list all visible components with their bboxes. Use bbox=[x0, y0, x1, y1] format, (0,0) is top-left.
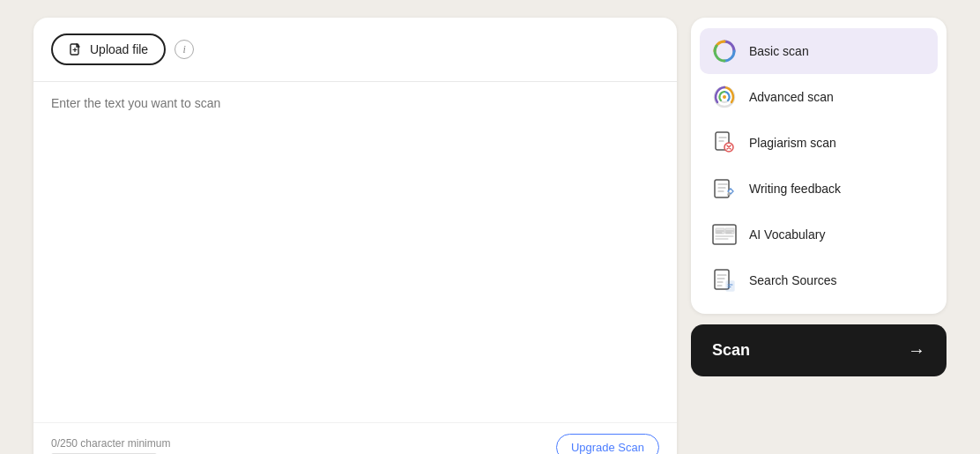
writing-feedback-label: Writing feedback bbox=[749, 182, 841, 196]
left-panel: Upload file i 0/250 character minimum Up… bbox=[33, 18, 677, 454]
scan-button-label: Scan bbox=[712, 341, 750, 360]
basic-scan-icon bbox=[710, 37, 739, 65]
svg-rect-12 bbox=[726, 281, 734, 291]
advanced-scan-label: Advanced scan bbox=[749, 90, 834, 104]
search-sources-icon bbox=[710, 266, 739, 294]
char-count-label: 0/250 character minimum bbox=[51, 437, 170, 450]
scan-option-plagiarism-scan[interactable]: Plagiarism scan bbox=[700, 120, 938, 166]
scan-option-writing-feedback[interactable]: Writing feedback bbox=[700, 166, 938, 212]
ai-vocabulary-icon bbox=[710, 220, 739, 249]
ai-vocabulary-label: AI Vocabulary bbox=[749, 227, 825, 242]
left-panel-footer: 0/250 character minimum Upgrade Scan bbox=[33, 422, 677, 454]
scan-option-basic-scan[interactable]: Basic scan bbox=[700, 28, 938, 74]
info-icon[interactable]: i bbox=[174, 40, 194, 59]
scan-button[interactable]: Scan → bbox=[691, 324, 947, 376]
basic-scan-label: Basic scan bbox=[749, 44, 809, 58]
scan-arrow-icon: → bbox=[908, 340, 925, 361]
plagiarism-scan-label: Plagiarism scan bbox=[749, 136, 836, 150]
upgrade-scan-button[interactable]: Upgrade Scan bbox=[556, 434, 659, 454]
scan-text-input[interactable] bbox=[51, 96, 659, 405]
scan-option-ai-vocabulary[interactable]: AI Vocabulary bbox=[700, 212, 938, 257]
left-panel-header: Upload file i bbox=[33, 18, 677, 82]
upload-icon bbox=[69, 42, 83, 56]
advanced-scan-icon bbox=[710, 83, 739, 111]
char-count-wrapper: 0/250 character minimum bbox=[51, 437, 170, 454]
scan-option-search-sources[interactable]: Search Sources bbox=[700, 257, 938, 303]
right-panel: Basic scan Advanced scan bbox=[691, 18, 947, 376]
search-sources-label: Search Sources bbox=[749, 273, 837, 287]
writing-feedback-icon bbox=[710, 175, 739, 203]
scan-option-advanced-scan[interactable]: Advanced scan bbox=[700, 74, 938, 120]
upload-button-label: Upload file bbox=[90, 42, 148, 56]
svg-rect-7 bbox=[715, 180, 729, 197]
upload-file-button[interactable]: Upload file bbox=[51, 33, 166, 65]
text-area-wrapper bbox=[33, 82, 677, 422]
scan-options-card: Basic scan Advanced scan bbox=[691, 18, 947, 314]
svg-point-4 bbox=[723, 95, 726, 99]
svg-rect-8 bbox=[713, 225, 736, 244]
plagiarism-scan-icon bbox=[710, 129, 739, 157]
